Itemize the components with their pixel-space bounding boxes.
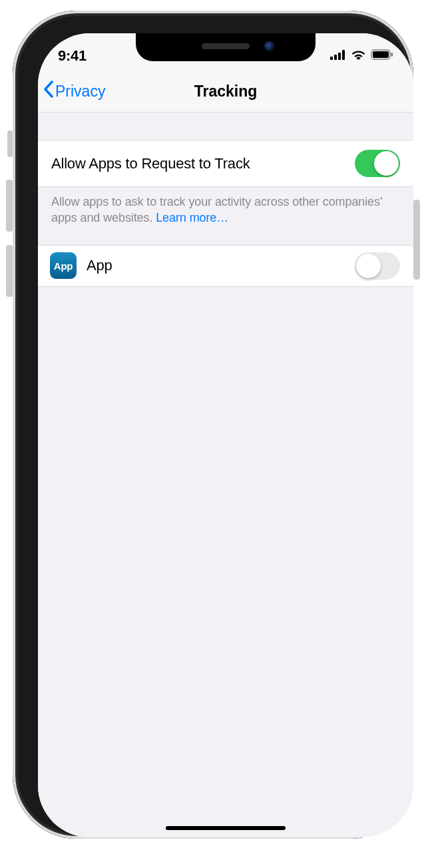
svg-rect-1 [334, 55, 337, 60]
navigation-bar: Privacy Tracking [38, 71, 413, 112]
app-tracking-cell: App App [38, 245, 413, 287]
learn-more-link[interactable]: Learn more… [156, 211, 228, 224]
cellular-icon [330, 50, 346, 63]
svg-rect-0 [330, 57, 333, 60]
notch [136, 33, 316, 61]
allow-apps-footer: Allow apps to ask to track your activity… [38, 187, 413, 226]
volume-up-button [6, 180, 13, 232]
svg-rect-2 [338, 53, 341, 60]
switch-knob-icon [356, 254, 381, 278]
back-button[interactable]: Privacy [43, 81, 105, 102]
front-camera-icon [264, 41, 274, 51]
app-tracking-toggle[interactable] [355, 252, 400, 280]
wifi-icon [351, 49, 366, 63]
power-button [413, 200, 420, 280]
screen: 9:41 [38, 33, 413, 837]
app-name-label: App [87, 257, 112, 274]
battery-icon [371, 49, 393, 63]
silence-switch [7, 130, 13, 157]
status-time: 9:41 [58, 47, 87, 65]
app-icon: App [50, 252, 77, 279]
switch-knob-icon [374, 151, 399, 176]
svg-rect-3 [342, 50, 345, 60]
volume-down-button [6, 245, 13, 297]
app-icon-text: App [54, 260, 73, 272]
svg-rect-5 [373, 51, 389, 58]
content: Allow Apps to Request to Track Allow app… [38, 112, 413, 837]
status-icons [330, 49, 393, 63]
back-label: Privacy [55, 83, 105, 101]
allow-apps-request-track-cell: Allow Apps to Request to Track [38, 140, 413, 187]
device-frame: 9:41 [13, 11, 413, 839]
svg-rect-6 [391, 53, 393, 57]
chevron-left-icon [43, 81, 55, 102]
allow-apps-request-track-toggle[interactable] [355, 150, 400, 177]
speaker-icon [202, 43, 250, 49]
allow-apps-request-track-label: Allow Apps to Request to Track [51, 155, 250, 172]
home-indicator[interactable] [166, 826, 286, 830]
